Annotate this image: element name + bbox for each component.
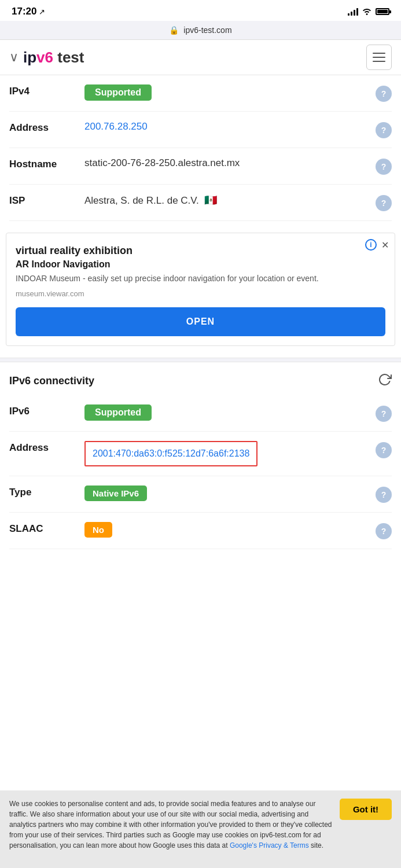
cookie-privacy-link[interactable]: Google's Privacy & Terms	[230, 841, 309, 849]
ipv4-isp-row: ISP Alestra, S. de R.L. de C.V. 🇲🇽 ?	[9, 185, 392, 221]
ipv6-address-help-icon[interactable]: ?	[376, 442, 392, 458]
ad-controls: i ✕	[365, 239, 389, 251]
status-time: 17:20	[12, 6, 36, 17]
ipv4-isp-label: ISP	[9, 194, 84, 207]
ipv6-address-box: 2001:470:da63:0:f525:12d7:6a6f:2138	[84, 441, 257, 466]
ad-title-sub: AR Indoor Navigation	[16, 259, 385, 270]
ipv6-type-badge: Native IPv6	[84, 486, 147, 501]
ipv6-slaac-row: SLAAC No ?	[9, 513, 392, 549]
browser-domain: ipv6-test.com	[183, 25, 231, 35]
ipv6-slaac-value: No	[84, 522, 371, 538]
ipv6-slaac-badge: No	[84, 522, 112, 538]
cookie-accept-button[interactable]: Got it!	[340, 799, 392, 820]
ipv6-section: IPv6 Supported ? Address 2001:470:da63:0…	[0, 395, 401, 549]
ipv4-supported-badge: Supported	[84, 84, 152, 101]
ipv4-isp-value: Alestra, S. de R.L. de C.V. 🇲🇽	[84, 194, 371, 207]
nav-back-button[interactable]: ∨	[9, 50, 19, 65]
nav-bar: ∨ ipv6 test	[0, 40, 401, 75]
ipv6-supported-badge: Supported	[84, 404, 152, 421]
ad-container: i ✕ virtual reality exhibition AR Indoor…	[0, 221, 401, 358]
menu-button[interactable]	[366, 45, 392, 70]
refresh-icon[interactable]	[378, 373, 392, 389]
status-bar: 17:20 ↗	[0, 0, 401, 21]
logo-ip: ip	[23, 49, 36, 66]
ad-open-button[interactable]: OPEN	[16, 307, 385, 336]
ipv4-section: IPv4 Supported ? Address 200.76.28.250 ?…	[0, 75, 401, 221]
ipv4-help-icon[interactable]: ?	[376, 86, 392, 102]
ipv4-hostname-label: Hostname	[9, 157, 84, 170]
logo-test: test	[53, 49, 84, 66]
ipv6-type-help-icon[interactable]: ?	[376, 487, 392, 503]
mexico-flag-icon: 🇲🇽	[204, 194, 217, 207]
ad-title-main: virtual reality exhibition	[16, 245, 385, 257]
section-divider	[0, 358, 401, 362]
ipv6-slaac-help-icon[interactable]: ?	[376, 523, 392, 539]
ipv4-hostname-row: Hostname static-200-76-28-250.alestra.ne…	[9, 148, 392, 185]
battery-icon	[376, 8, 389, 15]
ipv6-help-icon[interactable]: ?	[376, 406, 392, 422]
ipv6-type-row: Type Native IPv6 ?	[9, 476, 392, 513]
ipv6-row: IPv6 Supported ?	[9, 395, 392, 432]
ad-description: INDOAR Museum - easily set up precise in…	[16, 273, 385, 285]
signal-bars-icon	[348, 8, 358, 16]
logo-v6: v6	[36, 49, 53, 66]
ipv6-value: Supported	[84, 404, 371, 421]
ipv4-isp-help-icon[interactable]: ?	[376, 195, 392, 211]
ad-banner: i ✕ virtual reality exhibition AR Indoor…	[6, 233, 395, 346]
ad-close-button[interactable]: ✕	[381, 240, 389, 251]
location-icon: ↗	[39, 8, 45, 16]
ipv4-address-row: Address 200.76.28.250 ?	[9, 112, 392, 148]
cookie-text: We use cookies to personalise content an…	[9, 799, 333, 851]
ipv4-value: Supported	[84, 84, 371, 101]
ipv6-section-title: IPv6 connectivity	[9, 375, 94, 387]
ipv4-row: IPv4 Supported ?	[9, 75, 392, 112]
cookie-inner: We use cookies to personalise content an…	[9, 799, 392, 851]
ipv4-address-value[interactable]: 200.76.28.250	[84, 121, 371, 133]
ipv6-address-row: Address 2001:470:da63:0:f525:12d7:6a6f:2…	[9, 432, 392, 476]
ipv6-slaac-label: SLAAC	[9, 522, 84, 535]
browser-bar[interactable]: 🔒 ipv6-test.com	[0, 21, 401, 40]
ad-info-icon[interactable]: i	[365, 239, 377, 251]
site-logo: ipv6 test	[23, 49, 84, 67]
ipv6-label: IPv6	[9, 404, 84, 417]
wifi-icon	[362, 7, 372, 17]
ipv6-section-header: IPv6 connectivity	[0, 362, 401, 395]
ipv4-hostname-help-icon[interactable]: ?	[376, 159, 392, 175]
ipv4-hostname-value: static-200-76-28-250.alestra.net.mx	[84, 157, 371, 169]
lock-icon: 🔒	[169, 25, 179, 35]
ipv4-address-help-icon[interactable]: ?	[376, 122, 392, 138]
ipv6-address-value: 2001:470:da63:0:f525:12d7:6a6f:2138	[84, 441, 371, 466]
ipv4-label: IPv4	[9, 84, 84, 97]
ipv4-address-label: Address	[9, 121, 84, 134]
status-icons	[348, 7, 389, 17]
ipv6-type-label: Type	[9, 486, 84, 498]
ipv6-type-value: Native IPv6	[84, 486, 371, 501]
cookie-banner: We use cookies to personalise content an…	[0, 790, 401, 868]
ipv6-address-label: Address	[9, 441, 84, 454]
ad-url: museum.viewar.com	[16, 289, 385, 298]
